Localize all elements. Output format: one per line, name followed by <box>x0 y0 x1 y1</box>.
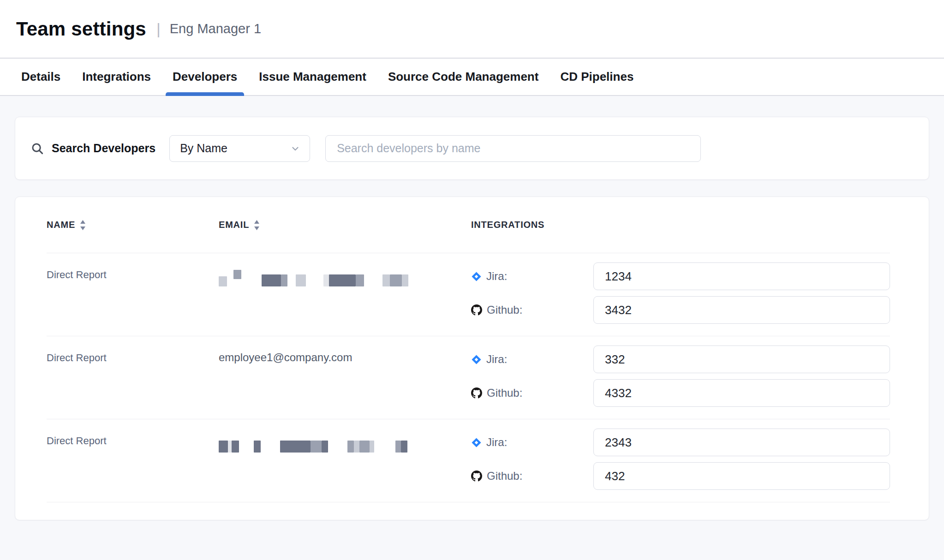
redacted-email-pixelation <box>219 268 471 286</box>
github-icon <box>471 387 482 399</box>
github-field-row: Github: <box>471 462 890 490</box>
jira-id-input[interactable] <box>593 262 890 290</box>
column-header-name[interactable]: NAME <box>47 220 219 231</box>
jira-field-row: Jira: <box>471 429 890 456</box>
jira-label: Jira: <box>486 436 507 449</box>
search-filter-dropdown[interactable]: By Name <box>169 135 310 162</box>
tab-source-code-management-label: Source Code Management <box>388 70 539 84</box>
github-field-row: Github: <box>471 379 890 407</box>
column-header-email[interactable]: EMAIL <box>219 220 471 231</box>
search-developers-input[interactable] <box>325 135 701 162</box>
tab-issue-management-label: Issue Management <box>259 70 366 84</box>
column-header-integrations: INTEGRATIONS <box>471 220 890 230</box>
github-label: Github: <box>487 387 522 399</box>
developer-name: Direct Report <box>47 253 219 336</box>
content-area: Search Developers By Name NAME <box>0 117 944 520</box>
page-title: Team settings <box>16 18 146 40</box>
integrations-cell: Jira: Github: <box>471 253 890 336</box>
developer-email: employee1@company.com <box>219 336 471 419</box>
page-header: Team settings | Eng Manager 1 <box>0 0 944 59</box>
tab-issue-management[interactable]: Issue Management <box>252 59 373 95</box>
table-row: Direct Report <box>47 419 890 502</box>
jira-id-input[interactable] <box>593 346 890 373</box>
github-field-row: Github: <box>471 296 890 324</box>
jira-label: Jira: <box>486 270 507 283</box>
github-icon <box>471 471 482 482</box>
tab-developers-label: Developers <box>173 70 237 84</box>
column-header-name-label: NAME <box>47 220 75 230</box>
tab-source-code-management[interactable]: Source Code Management <box>381 59 546 95</box>
search-developers-card: Search Developers By Name <box>15 117 929 180</box>
jira-label: Jira: <box>486 353 507 366</box>
github-id-input[interactable] <box>593 379 890 407</box>
column-header-email-label: EMAIL <box>219 220 249 230</box>
chevron-down-icon <box>290 143 300 154</box>
github-label-group: Github: <box>471 304 593 316</box>
github-label-group: Github: <box>471 470 593 483</box>
tab-cd-pipelines[interactable]: CD Pipelines <box>553 59 640 95</box>
jira-icon <box>471 437 482 448</box>
tab-details[interactable]: Details <box>14 59 67 95</box>
developer-email-redacted <box>219 419 471 502</box>
column-header-integrations-label: INTEGRATIONS <box>471 220 544 230</box>
tab-integrations-label: Integrations <box>82 70 151 84</box>
sort-icon[interactable] <box>80 220 86 231</box>
tab-cd-pipelines-label: CD Pipelines <box>560 70 633 84</box>
redacted-email-pixelation <box>219 434 471 453</box>
team-name-subtitle: Eng Manager 1 <box>170 21 261 36</box>
tab-active-underline <box>166 92 244 96</box>
jira-field-row: Jira: <box>471 346 890 373</box>
integrations-cell: Jira: Github: <box>471 336 890 419</box>
jira-icon <box>471 354 482 365</box>
github-label: Github: <box>487 470 522 483</box>
integrations-cell: Jira: Github: <box>471 419 890 502</box>
search-icon <box>30 142 44 155</box>
table-row: Direct Report <box>47 253 890 336</box>
github-icon <box>471 304 482 316</box>
team-settings-page: Team settings | Eng Manager 1 Details In… <box>0 0 944 560</box>
github-id-input[interactable] <box>593 296 890 324</box>
jira-label-group: Jira: <box>471 270 593 283</box>
jira-field-row: Jira: <box>471 262 890 290</box>
jira-id-input[interactable] <box>593 429 890 456</box>
tab-details-label: Details <box>21 70 60 84</box>
jira-label-group: Jira: <box>471 436 593 449</box>
table-header-row: NAME EMAIL <box>47 197 890 253</box>
github-label: Github: <box>487 304 522 316</box>
developers-table-card: NAME EMAIL <box>15 197 929 520</box>
developer-name: Direct Report <box>47 419 219 502</box>
jira-icon <box>471 271 482 282</box>
tab-bar: Details Integrations Developers Issue Ma… <box>0 59 944 96</box>
search-developers-label: Search Developers <box>52 142 155 155</box>
tab-developers[interactable]: Developers <box>166 59 244 95</box>
search-filter-selected-value: By Name <box>180 142 227 155</box>
sort-icon[interactable] <box>254 220 260 231</box>
developer-name: Direct Report <box>47 336 219 419</box>
table-row: Direct Report employee1@company.com Jira… <box>47 336 890 419</box>
jira-label-group: Jira: <box>471 353 593 366</box>
tab-integrations[interactable]: Integrations <box>75 59 158 95</box>
title-divider: | <box>156 20 161 38</box>
github-id-input[interactable] <box>593 462 890 490</box>
github-label-group: Github: <box>471 387 593 399</box>
developer-email-redacted <box>219 253 471 336</box>
